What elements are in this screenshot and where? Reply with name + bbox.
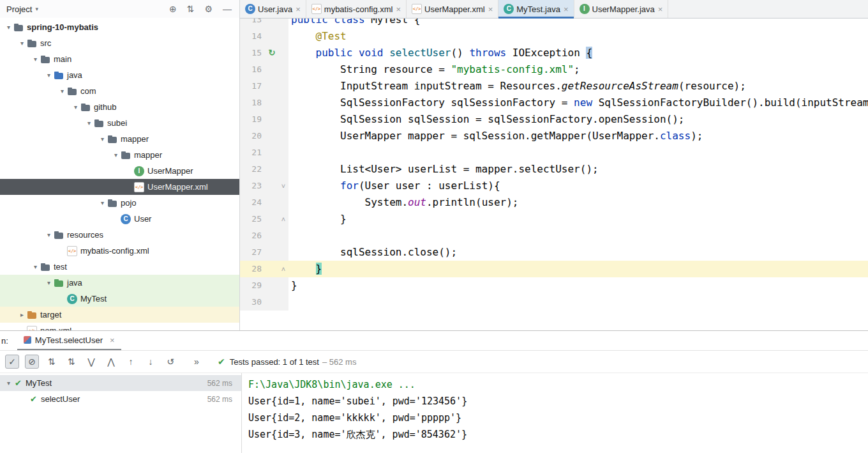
show-passed-icon[interactable]: ✓ bbox=[5, 355, 19, 369]
chevron-down-icon[interactable]: ▾ bbox=[71, 104, 80, 111]
project-view-title[interactable]: Project bbox=[6, 4, 32, 14]
code-line-23[interactable]: 23˅ for(User user : userList){ bbox=[240, 178, 868, 194]
chevron-down-icon[interactable]: ▾ bbox=[31, 263, 40, 270]
code-line-19[interactable]: 19 SqlSession sqlSession = sqlSessionFac… bbox=[240, 111, 868, 128]
editor-tab-mytest-java[interactable]: CMyTest.java× bbox=[498, 0, 574, 18]
chevron-down-icon[interactable]: ▾ bbox=[4, 380, 13, 387]
editor-tab-user-java[interactable]: CUser.java× bbox=[240, 0, 306, 18]
tree-item-label: github bbox=[94, 102, 116, 112]
tree-item-mytest[interactable]: CMyTest bbox=[0, 291, 239, 307]
chevron-down-icon[interactable]: ▾ bbox=[44, 231, 54, 238]
tree-item-github[interactable]: ▾github bbox=[0, 99, 239, 115]
code-token: SqlSession sqlSession = sqlSessionFactor… bbox=[291, 113, 685, 125]
tree-item-label: com bbox=[80, 86, 96, 96]
chevron-down-icon[interactable]: ▾ bbox=[44, 72, 54, 79]
tree-item-usermapper-xml[interactable]: </>UserMapper.xml bbox=[0, 179, 239, 195]
test-node-selectuser[interactable]: ✔selectUser562 ms bbox=[0, 391, 241, 407]
tree-item-spring-10-mybatis[interactable]: ▾spring-10-mybatis bbox=[0, 19, 239, 35]
code-line-28[interactable]: 28˄ } bbox=[240, 261, 868, 277]
code-token: throws bbox=[469, 47, 512, 59]
fold-up-icon[interactable]: ˄ bbox=[278, 211, 288, 227]
tree-item-pojo[interactable]: ▾pojo bbox=[0, 195, 239, 211]
tree-item-pom-xml[interactable]: </>pom.xml bbox=[0, 323, 239, 330]
code-line-21[interactable]: 21 bbox=[240, 144, 868, 161]
editor-tab-mybatis-config-xml[interactable]: </>mybatis-config.xml× bbox=[306, 0, 407, 18]
chevron-down-icon[interactable]: ▾ bbox=[111, 151, 121, 158]
code-line-18[interactable]: 18 SqlSessionFactory sqlSessionFactory =… bbox=[240, 95, 868, 111]
locate-icon[interactable]: ⊕ bbox=[169, 4, 177, 14]
code-line-29[interactable]: 29} bbox=[240, 277, 868, 294]
sort-alphabetically-icon[interactable]: ⇅ bbox=[45, 355, 59, 369]
tree-item-test[interactable]: ▾test bbox=[0, 259, 239, 275]
collapse-all-icon[interactable]: ⋀ bbox=[104, 355, 118, 369]
tree-item-src[interactable]: ▾src bbox=[0, 35, 239, 51]
chevron-down-icon[interactable]: ▾ bbox=[4, 24, 13, 31]
close-icon[interactable]: × bbox=[396, 4, 401, 14]
tree-item-mapper[interactable]: ▾mapper bbox=[0, 131, 239, 147]
tree-item-com[interactable]: ▾com bbox=[0, 83, 239, 99]
tree-item-java[interactable]: ▾java bbox=[0, 67, 239, 83]
run-console[interactable]: F:\Java\JDK8\bin\java.exe ...User{id=1, … bbox=[242, 373, 868, 453]
collapse-all-icon[interactable]: ⇅ bbox=[187, 4, 195, 14]
fold-up-icon[interactable]: ˄ bbox=[278, 261, 288, 277]
tree-item-resources[interactable]: ▾resources bbox=[0, 227, 239, 243]
close-icon[interactable]: × bbox=[488, 4, 493, 14]
code-line-17[interactable]: 17 InputStream inputStream = Resources.g… bbox=[240, 78, 868, 95]
chevron-down-icon[interactable]: ▾ bbox=[98, 135, 107, 142]
test-history-icon[interactable]: ↺ bbox=[163, 355, 177, 369]
close-icon[interactable]: × bbox=[658, 4, 663, 14]
code-line-22[interactable]: 22 List<User> userList = mapper.selectUs… bbox=[240, 161, 868, 178]
test-node-mytest[interactable]: ▾✔MyTest562 ms bbox=[0, 375, 241, 391]
chevron-down-icon[interactable]: ▾ bbox=[98, 199, 107, 206]
fold-spacer bbox=[278, 28, 288, 45]
editor-tab-usermapper-java[interactable]: IUserMapper.java× bbox=[574, 0, 669, 18]
previous-occurrence-icon[interactable]: ↑ bbox=[124, 355, 138, 369]
code-line-16[interactable]: 16 String resource = "mybatis-config.xml… bbox=[240, 61, 868, 78]
sort-by-duration-icon[interactable]: ⇅ bbox=[64, 355, 79, 369]
tree-item-main[interactable]: ▾main bbox=[0, 51, 239, 67]
close-icon[interactable]: × bbox=[110, 335, 115, 345]
tree-item-label: UserMapper bbox=[147, 166, 193, 176]
more-icon[interactable]: » bbox=[190, 355, 204, 369]
code-editor[interactable]: 13public class MyTest {14 @Test15↻ publi… bbox=[240, 19, 868, 330]
code-line-26[interactable]: 26 bbox=[240, 227, 868, 244]
tree-item-user[interactable]: CUser bbox=[0, 211, 239, 227]
tree-item-mapper[interactable]: ▾mapper bbox=[0, 147, 239, 163]
next-occurrence-icon[interactable]: ↓ bbox=[144, 355, 158, 369]
code-line-24[interactable]: 24 System.out.println(user); bbox=[240, 194, 868, 211]
tree-item-usermapper[interactable]: IUserMapper bbox=[0, 163, 239, 179]
fold-spacer bbox=[278, 244, 288, 261]
settings-icon[interactable]: ⚙ bbox=[204, 4, 213, 14]
hide-panel-icon[interactable]: — bbox=[223, 4, 232, 14]
tree-item-java[interactable]: ▾java bbox=[0, 275, 239, 291]
chevron-down-icon[interactable]: ▾ bbox=[84, 119, 94, 127]
close-icon[interactable]: × bbox=[564, 4, 569, 14]
chevron-down-icon[interactable]: ▾ bbox=[17, 40, 27, 47]
code-token: ); bbox=[691, 130, 703, 142]
chevron-down-icon[interactable]: ▾ bbox=[57, 88, 67, 95]
tree-item-target[interactable]: ▸target bbox=[0, 307, 239, 323]
code-line-25[interactable]: 25˄ } bbox=[240, 211, 868, 227]
expand-all-icon[interactable]: ⋁ bbox=[84, 355, 98, 369]
code-line-27[interactable]: 27 sqlSession.close(); bbox=[240, 244, 868, 261]
chevron-down-icon[interactable]: ▾ bbox=[44, 279, 54, 286]
chevron-right-icon[interactable]: ▸ bbox=[17, 311, 27, 318]
code-line-30[interactable]: 30 bbox=[240, 294, 868, 311]
code-line-13[interactable]: 13public class MyTest { bbox=[240, 19, 868, 28]
chevron-down-icon[interactable]: ▾ bbox=[31, 56, 40, 63]
code-line-20[interactable]: 20 UserMapper mapper = sqlSession.getMap… bbox=[240, 128, 868, 144]
fold-down-icon[interactable]: ˅ bbox=[278, 178, 288, 194]
close-icon[interactable]: × bbox=[296, 4, 301, 14]
gutter-spacer bbox=[266, 277, 278, 294]
chevron-down-icon[interactable]: ▾ bbox=[35, 6, 38, 12]
code-line-15[interactable]: 15↻ public void selectUser() throws IOEx… bbox=[240, 45, 868, 61]
editor-tab-usermapper-xml[interactable]: </>UserMapper.xml× bbox=[407, 0, 498, 18]
show-ignored-icon[interactable]: ⊘ bbox=[25, 355, 39, 369]
run-tab-mytest-selectuser[interactable]: MyTest.selectUser × bbox=[17, 331, 121, 350]
code-line-14[interactable]: 14 @Test bbox=[240, 28, 868, 45]
test-status: ✔ Tests passed: 1 of 1 test – 562 ms bbox=[218, 357, 356, 367]
rerun-test-icon[interactable]: ↻ bbox=[266, 45, 278, 61]
tree-item-mybatis-config-xml[interactable]: </>mybatis-config.xml bbox=[0, 243, 239, 259]
folder-test-icon bbox=[54, 278, 64, 288]
tree-item-subei[interactable]: ▾subei bbox=[0, 115, 239, 131]
